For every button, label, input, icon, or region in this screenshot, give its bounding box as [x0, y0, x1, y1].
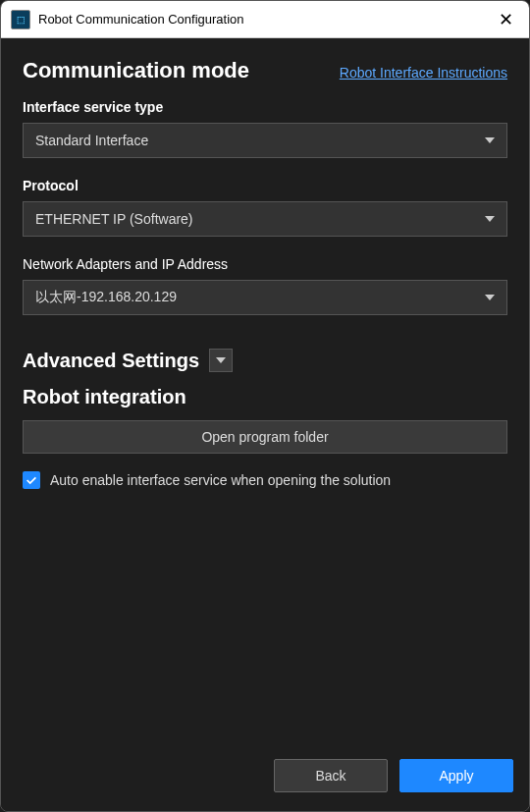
protocol-select[interactable]: ETHERNET IP (Software) [23, 201, 507, 237]
section-title: Communication mode [23, 58, 249, 83]
interface-type-value: Standard Interface [35, 133, 148, 148]
interface-type-select[interactable]: Standard Interface [23, 123, 507, 158]
section-header: Communication mode Robot Interface Instr… [23, 58, 507, 83]
back-button[interactable]: Back [274, 759, 388, 792]
content-area: Communication mode Robot Interface Instr… [1, 38, 529, 754]
adapter-label: Network Adapters and IP Address [23, 256, 507, 272]
instructions-link[interactable]: Robot Interface Instructions [340, 65, 507, 81]
protocol-value: ETHERNET IP (Software) [35, 211, 193, 227]
close-icon[interactable]: ✕ [492, 6, 519, 33]
titlebar: ⬚ Robot Communication Configuration ✕ [1, 1, 529, 38]
footer: Back Apply [1, 754, 529, 811]
advanced-header: Advanced Settings [23, 349, 507, 372]
check-icon [25, 473, 38, 487]
chevron-down-icon [485, 216, 495, 222]
advanced-toggle-button[interactable] [209, 349, 233, 372]
protocol-label: Protocol [23, 178, 507, 193]
chevron-down-icon [485, 137, 495, 143]
chevron-down-icon [485, 295, 495, 300]
auto-enable-row: Auto enable interface service when openi… [23, 471, 507, 489]
window-title: Robot Communication Configuration [38, 12, 492, 27]
integration-title: Robot integration [23, 386, 507, 408]
auto-enable-label: Auto enable interface service when openi… [50, 472, 391, 488]
advanced-title: Advanced Settings [23, 350, 199, 372]
apply-button[interactable]: Apply [399, 759, 513, 792]
open-program-folder-button[interactable]: Open program folder [23, 420, 507, 454]
adapter-select[interactable]: 以太网-192.168.20.129 [23, 280, 507, 315]
chevron-down-icon [216, 357, 226, 363]
interface-type-label: Interface service type [23, 99, 507, 115]
adapter-value: 以太网-192.168.20.129 [35, 289, 177, 306]
auto-enable-checkbox[interactable] [23, 471, 40, 489]
app-icon: ⬚ [11, 10, 30, 29]
dialog-window: ⬚ Robot Communication Configuration ✕ Co… [0, 0, 530, 812]
spacer [23, 489, 507, 734]
